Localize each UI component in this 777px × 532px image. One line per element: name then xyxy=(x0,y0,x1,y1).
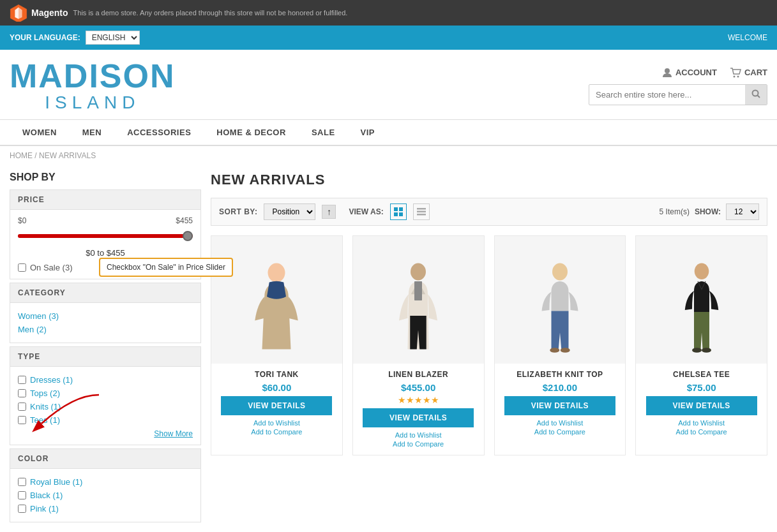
tooltip-box: Checkbox "On Sale" in Price Slider xyxy=(99,258,233,277)
search-icon xyxy=(751,89,760,98)
add-to-wishlist-3[interactable]: Add to Wishlist xyxy=(636,418,767,427)
sidebar: SHOP BY PRICE $0 $455 $0 to $455 On xyxy=(10,165,201,526)
nav-women[interactable]: WOMEN xyxy=(10,120,70,145)
add-to-compare-0[interactable]: Add to Compare xyxy=(211,427,342,436)
breadcrumb-home[interactable]: HOME xyxy=(10,151,33,160)
sort-direction-button[interactable]: ↑ xyxy=(322,205,336,219)
color-filter-section: COLOR Royal Blue (1) Black (1) Pink (1) xyxy=(10,448,201,522)
show-more-link[interactable]: Show More xyxy=(18,429,193,438)
svg-rect-13 xyxy=(417,208,426,210)
color-black-label[interactable]: Black (1) xyxy=(30,491,63,500)
header: MADISON ISLAND ACCOUNT CART xyxy=(0,50,777,120)
product-name-2: ELIZABETH KNIT TOP xyxy=(495,370,626,379)
toolbar-right: 5 Item(s) SHOW: 12 24 36 xyxy=(660,203,759,220)
price-slider[interactable] xyxy=(18,230,193,242)
svg-rect-15 xyxy=(417,214,426,216)
product-price-0: $60.00 xyxy=(211,382,342,393)
toolbar: SORT BY: Position Name Price ↑ VIEW AS: xyxy=(211,198,767,226)
product-actions-1: Add to Wishlist Add to Compare xyxy=(353,431,484,448)
nav-vip[interactable]: VIP xyxy=(348,120,388,145)
color-royal-blue-checkbox[interactable] xyxy=(18,478,26,486)
product-rating-1: ★★★★★ xyxy=(353,395,484,405)
on-sale-label[interactable]: On Sale (3) xyxy=(30,263,73,272)
type-list: Dresses (1) Tops (2) Knits (1) Tees (1) xyxy=(18,373,193,427)
category-filter-header: CATEGORY xyxy=(10,283,200,303)
add-to-wishlist-1[interactable]: Add to Wishlist xyxy=(353,431,484,440)
top-bar: Magento This is a demo store. Any orders… xyxy=(0,0,777,26)
nav-sale[interactable]: SALE xyxy=(299,120,348,145)
type-tops-label[interactable]: Tops (2) xyxy=(30,388,60,398)
product-card-linen-blazer: LINEN BLAZER $455.00 ★★★★★ VIEW DETAILS … xyxy=(352,235,485,455)
color-list: Royal Blue (1) Black (1) Pink (1) xyxy=(18,475,193,515)
category-filter-body: Women (3) Men (2) xyxy=(10,303,200,343)
list-icon xyxy=(417,207,426,216)
add-to-wishlist-2[interactable]: Add to Wishlist xyxy=(495,418,626,427)
main-nav: WOMEN MEN ACCESSORIES HOME & DECOR SALE … xyxy=(0,120,777,146)
color-pink-checkbox[interactable] xyxy=(18,505,26,513)
product-name-0: TORI TANK xyxy=(211,370,342,379)
tori-tank-image xyxy=(248,249,305,364)
type-dresses-label[interactable]: Dresses (1) xyxy=(30,375,73,385)
add-to-wishlist-0[interactable]: Add to Wishlist xyxy=(211,418,342,427)
on-sale-checkbox[interactable] xyxy=(18,263,26,272)
sort-select[interactable]: Position Name Price xyxy=(264,203,315,220)
type-knits-label[interactable]: Knits (1) xyxy=(30,402,61,411)
type-dresses-checkbox[interactable] xyxy=(18,376,26,384)
welcome-text: WELCOME xyxy=(728,33,767,42)
product-price-3: $75.00 xyxy=(636,382,767,393)
search-input[interactable] xyxy=(589,85,745,104)
category-list: Women (3) Men (2) xyxy=(18,309,193,336)
logo-line2: ISLAND xyxy=(10,92,176,113)
svg-rect-12 xyxy=(399,212,403,216)
color-pink-label[interactable]: Pink (1) xyxy=(30,504,59,514)
lang-label: YOUR LANGUAGE: xyxy=(10,33,80,42)
view-details-button-0[interactable]: VIEW DETAILS xyxy=(221,396,332,415)
product-card-chelsea-tee: CHELSEA TEE $75.00 VIEW DETAILS Add to W… xyxy=(635,235,767,455)
type-filter-section: TYPE Dresses (1) Tops (2) Knits (1) xyxy=(10,346,201,445)
color-filter-header: COLOR xyxy=(10,449,200,469)
view-details-button-1[interactable]: VIEW DETAILS xyxy=(363,408,474,427)
add-to-compare-3[interactable]: Add to Compare xyxy=(636,427,767,436)
type-tees-checkbox[interactable] xyxy=(18,416,26,424)
svg-point-5 xyxy=(737,75,739,77)
list-item: Knits (1) xyxy=(18,400,193,413)
type-tees-label[interactable]: Tees (1) xyxy=(30,415,60,425)
list-item: Women (3) xyxy=(18,309,193,323)
product-name-3: CHELSEA TEE xyxy=(636,370,767,379)
add-to-compare-2[interactable]: Add to Compare xyxy=(495,427,626,436)
product-actions-2: Add to Wishlist Add to Compare xyxy=(495,418,626,436)
header-top-links: ACCOUNT CART xyxy=(662,68,767,78)
nav-men[interactable]: MEN xyxy=(70,120,114,145)
view-details-button-2[interactable]: VIEW DETAILS xyxy=(504,396,615,415)
search-bar xyxy=(589,84,767,105)
price-slider-thumb[interactable] xyxy=(183,231,193,241)
product-price-2: $210.00 xyxy=(495,382,626,393)
nav-accessories[interactable]: ACCESSORIES xyxy=(114,120,204,145)
breadcrumb-current: NEW ARRIVALS xyxy=(39,151,96,160)
price-min: $0 xyxy=(18,216,26,225)
product-name-1: LINEN BLAZER xyxy=(353,370,484,379)
category-women-link[interactable]: Women (3) xyxy=(18,311,59,321)
type-knits-checkbox[interactable] xyxy=(18,403,26,411)
view-details-button-3[interactable]: VIEW DETAILS xyxy=(646,396,757,415)
shop-by-title: SHOP BY xyxy=(10,172,201,183)
color-royal-blue-label[interactable]: Royal Blue (1) xyxy=(30,477,82,487)
nav-home-decor[interactable]: HOME & DECOR xyxy=(204,120,299,145)
cart-icon xyxy=(730,68,741,78)
svg-point-22 xyxy=(694,263,709,280)
cart-link[interactable]: CART xyxy=(730,68,767,78)
svg-point-24 xyxy=(702,348,711,353)
price-range-labels: $0 $455 xyxy=(18,216,193,225)
view-list-button[interactable] xyxy=(413,203,430,220)
search-button[interactable] xyxy=(745,85,767,105)
list-item: Black (1) xyxy=(18,489,193,502)
language-select[interactable]: ENGLISH xyxy=(86,31,140,45)
category-men-link[interactable]: Men (2) xyxy=(18,325,47,334)
color-black-checkbox[interactable] xyxy=(18,491,26,499)
show-select[interactable]: 12 24 36 xyxy=(726,203,759,220)
svg-rect-18 xyxy=(414,281,422,300)
view-grid-button[interactable] xyxy=(390,203,407,220)
type-tops-checkbox[interactable] xyxy=(18,389,26,397)
add-to-compare-1[interactable]: Add to Compare xyxy=(353,440,484,448)
account-link[interactable]: ACCOUNT xyxy=(662,68,717,78)
